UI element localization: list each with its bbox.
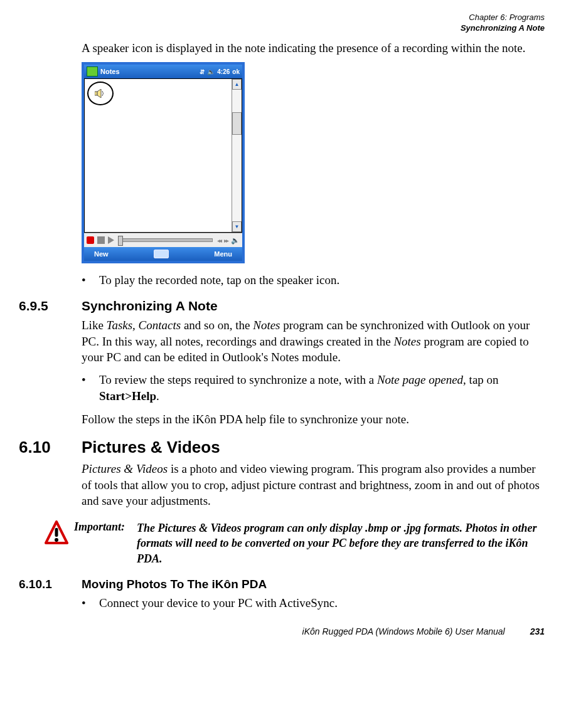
volume-icon: 🔈 bbox=[207, 68, 215, 75]
clock-text: 4:26 bbox=[217, 68, 230, 75]
playback-slider[interactable] bbox=[119, 238, 213, 242]
bullet-icon: • bbox=[82, 372, 99, 404]
footer-title: iKôn Rugged PDA (Windows Mobile 6) User … bbox=[302, 626, 505, 636]
page: Chapter 6: Programs Synchronizing A Note… bbox=[0, 0, 576, 655]
scroll-down-button[interactable]: ▼ bbox=[232, 221, 242, 232]
canvas-main[interactable] bbox=[85, 79, 232, 232]
text-run: To review the steps required to synchron… bbox=[99, 373, 377, 386]
text-bold: Start>Help bbox=[99, 389, 156, 403]
important-label: Important: bbox=[74, 519, 137, 534]
sync-note-paragraph: Like Tasks, Contacts and so on, the Note… bbox=[82, 317, 545, 366]
slider-thumb[interactable] bbox=[118, 236, 123, 246]
recording-speaker-icon[interactable] bbox=[87, 82, 114, 105]
heading-6-10: 6.10 Pictures & Videos bbox=[19, 438, 545, 457]
header-section: Synchronizing A Note bbox=[19, 23, 545, 34]
header-chapter: Chapter 6: Programs bbox=[19, 13, 545, 23]
important-note: Important: The Pictures & Videos program… bbox=[39, 519, 545, 566]
play-button[interactable] bbox=[108, 236, 114, 244]
heading-title: Pictures & Videos bbox=[82, 438, 220, 457]
important-icon-cell bbox=[39, 519, 74, 566]
page-footer: iKôn Rugged PDA (Windows Mobile 6) User … bbox=[19, 626, 545, 636]
ok-button[interactable]: ok bbox=[232, 68, 240, 75]
toolbar-speaker-icon[interactable]: 🔈 bbox=[231, 236, 240, 245]
heading-number: 6.10 bbox=[19, 438, 82, 457]
bullet-connect-activesync: • Connect your device to your PC with Ac… bbox=[82, 595, 545, 611]
pictures-videos-paragraph: Pictures & Videos is a photo and video v… bbox=[82, 461, 545, 509]
vertical-scrollbar[interactable]: ▲ ▼ bbox=[232, 79, 242, 232]
forward-button[interactable]: ▸▸ bbox=[224, 237, 228, 244]
intro-paragraph: A speaker icon is displayed in the note … bbox=[82, 40, 545, 56]
text-italic: Notes bbox=[253, 319, 280, 332]
bullet-text: Connect your device to your PC with Acti… bbox=[99, 595, 545, 611]
heading-title: Moving Photos To The iKôn PDA bbox=[82, 578, 267, 591]
recording-toolbar: ◂◂ ▸▸ 🔈 bbox=[84, 233, 242, 247]
heading-number: 6.9.5 bbox=[19, 298, 82, 314]
important-body: The Pictures & Videos program can only d… bbox=[74, 520, 545, 566]
bullet-icon: • bbox=[82, 595, 99, 611]
sync-follow-paragraph: Follow the steps in the iKôn PDA help fi… bbox=[82, 411, 545, 428]
svg-marker-1 bbox=[97, 89, 101, 98]
text-italic: Pictures & Videos bbox=[82, 462, 168, 475]
text-run: and so on, the bbox=[181, 319, 253, 332]
titlebar: Notes ⇵ 🔈 4:26 ok bbox=[84, 65, 242, 78]
warning-icon bbox=[45, 520, 68, 546]
running-header: Chapter 6: Programs Synchronizing A Note bbox=[19, 13, 545, 34]
heading-6-9-5: 6.9.5 Synchronizing A Note bbox=[19, 298, 545, 314]
text-run: , tap on bbox=[463, 373, 498, 386]
text-run: Like bbox=[82, 319, 107, 332]
text-italic: Notes bbox=[393, 335, 420, 348]
connectivity-icon: ⇵ bbox=[200, 68, 205, 75]
important-text: Important: The Pictures & Videos program… bbox=[74, 519, 545, 566]
app-title: Notes bbox=[100, 68, 197, 75]
keyboard-icon[interactable] bbox=[154, 250, 169, 258]
bullet-play-note: • To play the recorded note, tap on the … bbox=[82, 272, 545, 288]
soft-key-bar: New Menu bbox=[84, 247, 242, 261]
scroll-track[interactable] bbox=[232, 90, 242, 221]
speaker-icon bbox=[95, 89, 106, 98]
record-button[interactable] bbox=[87, 236, 94, 244]
svg-point-4 bbox=[55, 538, 58, 542]
status-icons: ⇵ 🔈 4:26 ok bbox=[200, 68, 240, 75]
softkey-menu[interactable]: Menu bbox=[214, 250, 232, 258]
note-canvas: ▲ ▼ bbox=[84, 78, 242, 233]
bullet-text: To play the recorded note, tap on the sp… bbox=[99, 272, 545, 288]
heading-6-10-1: 6.10.1 Moving Photos To The iKôn PDA bbox=[19, 578, 545, 591]
stop-button[interactable] bbox=[97, 236, 105, 244]
heading-title: Synchronizing A Note bbox=[82, 298, 218, 314]
svg-rect-0 bbox=[95, 92, 97, 95]
page-number: 231 bbox=[530, 626, 545, 636]
scroll-up-button[interactable]: ▲ bbox=[232, 79, 242, 90]
bullet-icon: • bbox=[82, 272, 99, 288]
notes-app-screenshot: Notes ⇵ 🔈 4:26 ok ▲ bbox=[82, 62, 245, 263]
rewind-button[interactable]: ◂◂ bbox=[217, 237, 221, 244]
text-italic: Tasks, Contacts bbox=[107, 319, 181, 332]
text-run: . bbox=[156, 389, 159, 403]
svg-rect-3 bbox=[55, 528, 58, 537]
bullet-sync-steps: • To review the steps required to synchr… bbox=[82, 372, 545, 404]
start-flag-icon[interactable] bbox=[87, 66, 98, 76]
bullet-text: To review the steps required to synchron… bbox=[99, 372, 545, 404]
softkey-new[interactable]: New bbox=[94, 250, 109, 258]
text-italic: Note page opened bbox=[377, 373, 463, 386]
scroll-thumb[interactable] bbox=[232, 112, 242, 135]
heading-number: 6.10.1 bbox=[19, 578, 82, 591]
